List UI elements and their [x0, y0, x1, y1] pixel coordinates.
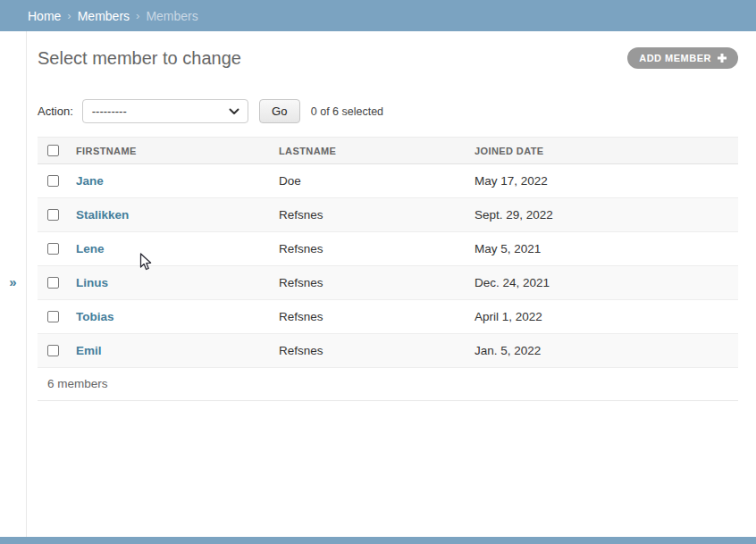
table-header-row: FIRSTNAME LASTNAME JOINED DATE	[38, 138, 738, 164]
table-row: Stalikken Refsnes Sept. 29, 2022	[38, 198, 738, 232]
member-link[interactable]: Tobias	[76, 310, 114, 323]
breadcrumb-members-link[interactable]: Members	[78, 9, 130, 23]
column-header-joined-date[interactable]: JOINED DATE	[475, 138, 738, 164]
row-checkbox[interactable]	[47, 311, 59, 322]
breadcrumb-home-link[interactable]: Home	[28, 9, 61, 23]
joined-date-cell: Dec. 24, 2021	[475, 266, 738, 300]
member-link[interactable]: Emil	[76, 344, 102, 357]
row-checkbox[interactable]	[47, 345, 59, 356]
lastname-cell: Doe	[279, 164, 475, 198]
breadcrumb-current: Members	[146, 9, 197, 23]
member-link[interactable]: Linus	[76, 276, 108, 289]
joined-date-cell: May 5, 2021	[475, 232, 738, 266]
table-row: Emil Refsnes Jan. 5, 2022	[38, 334, 738, 368]
page-title: Select member to change	[38, 46, 241, 70]
actions-bar: Action: --------- Go 0 of 6 selected	[38, 99, 738, 123]
member-link[interactable]: Jane	[76, 174, 104, 188]
breadcrumb-separator: ›	[67, 9, 71, 22]
nav-sidebar: »	[0, 31, 27, 537]
table-row: Linus Refsnes Dec. 24, 2021	[38, 266, 738, 300]
title-row: Select member to change ADD MEMBER	[38, 46, 738, 70]
lastname-cell: Refsnes	[279, 232, 475, 266]
members-table: FIRSTNAME LASTNAME JOINED DATE Jane Doe …	[38, 137, 738, 368]
action-select-value: ---------	[92, 105, 127, 118]
footer-bar	[0, 537, 756, 544]
main-content: Select member to change ADD MEMBER Actio…	[27, 31, 756, 537]
table-row: Jane Doe May 17, 2022	[38, 164, 738, 198]
select-all-header-cell	[38, 138, 76, 164]
joined-date-cell: May 17, 2022	[475, 164, 738, 198]
admin-change-list-page: Home › Members › Members » Select member…	[0, 0, 756, 544]
table-row: Tobias Refsnes April 1, 2022	[38, 300, 738, 334]
breadcrumb: Home › Members › Members	[0, 0, 756, 31]
row-checkbox[interactable]	[47, 209, 59, 221]
joined-date-cell: April 1, 2022	[475, 300, 738, 334]
action-select[interactable]: ---------	[82, 99, 248, 123]
joined-date-cell: Jan. 5, 2022	[475, 334, 738, 368]
selection-status: 0 of 6 selected	[311, 105, 383, 118]
lastname-cell: Refsnes	[279, 198, 475, 232]
member-link[interactable]: Lene	[76, 242, 105, 255]
row-checkbox[interactable]	[47, 277, 59, 289]
add-member-button-label: ADD MEMBER	[639, 53, 711, 63]
lastname-cell: Refsnes	[279, 300, 475, 334]
row-checkbox[interactable]	[47, 175, 59, 187]
column-header-lastname[interactable]: LASTNAME	[279, 138, 475, 164]
member-link[interactable]: Stalikken	[76, 208, 129, 222]
table-row: Lene Refsnes May 5, 2021	[38, 232, 738, 266]
go-button[interactable]: Go	[259, 99, 300, 123]
add-member-button[interactable]: ADD MEMBER	[627, 47, 738, 69]
plus-icon	[718, 54, 727, 63]
chevron-down-icon	[229, 105, 239, 118]
joined-date-cell: Sept. 29, 2022	[475, 198, 738, 232]
select-all-checkbox[interactable]	[47, 145, 59, 156]
lastname-cell: Refsnes	[279, 266, 475, 300]
action-label: Action:	[38, 105, 73, 118]
lastname-cell: Refsnes	[279, 334, 475, 368]
column-header-firstname[interactable]: FIRSTNAME	[76, 138, 279, 164]
sidebar-expand-toggle[interactable]: »	[0, 274, 26, 289]
breadcrumb-separator: ›	[136, 9, 139, 22]
row-checkbox[interactable]	[47, 243, 59, 255]
member-count: 6 members	[38, 368, 738, 401]
